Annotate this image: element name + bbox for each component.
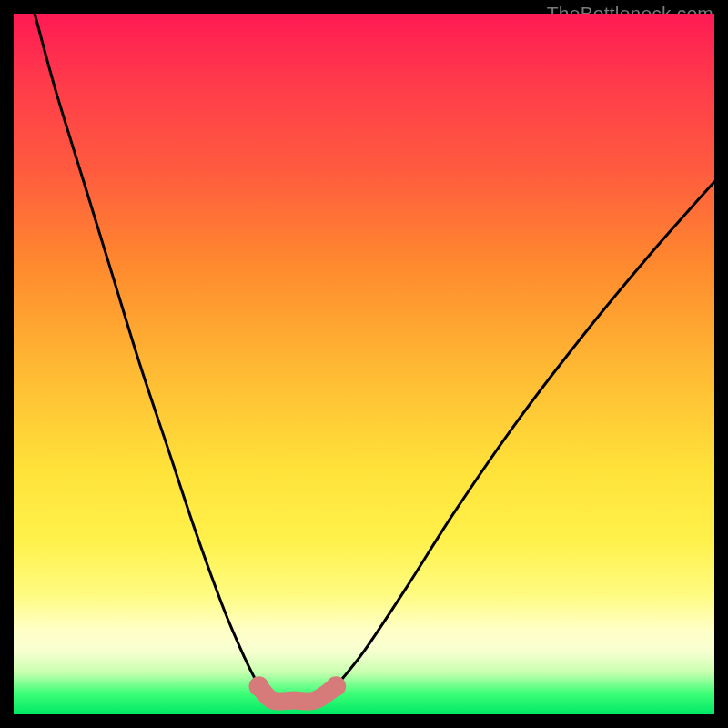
valley-floor bbox=[259, 686, 337, 702]
chart-frame: TheBottleneck.com bbox=[0, 0, 728, 728]
valley-end-dot bbox=[326, 676, 346, 696]
valley-end-dot bbox=[249, 676, 269, 696]
right-branch bbox=[336, 182, 714, 686]
plot-area bbox=[14, 14, 714, 714]
left-branch bbox=[35, 14, 258, 686]
bottleneck-curve bbox=[14, 14, 714, 714]
